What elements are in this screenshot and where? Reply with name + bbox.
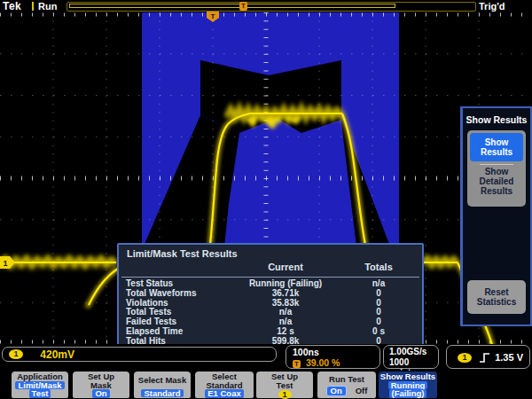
menu-application-button[interactable]: Application Limit/Mask Test [12, 372, 68, 398]
dialog-column-headers: Current Totals [119, 262, 429, 272]
sample-rate: 1.00GS/s [389, 347, 438, 357]
bottom-menu-bar: Application Limit/Mask Test Set Up Mask … [0, 371, 532, 399]
timebase: 100ns [293, 347, 379, 357]
results-button-group: Show Results Show Detailed Results [467, 130, 526, 207]
button-divider [480, 164, 513, 165]
source-badge-icon: 1 [278, 390, 292, 399]
reset-statistics-button[interactable]: Reset Statistics [467, 280, 526, 314]
top-status-bar: Tek Run T Trig'd [0, 0, 532, 12]
trigger-source-badge-icon: 1 [458, 353, 472, 363]
column-totals: Totals [343, 262, 414, 272]
trigger-level: 1.35 V [495, 352, 523, 363]
acquisition-readout: 1.00GS/s 1000 points [383, 345, 439, 369]
trigger-status: Trig'd [479, 1, 505, 12]
channel1-scale: 420mV [40, 348, 74, 361]
trigger-readout: 1 1.35 V [446, 345, 530, 369]
horizontal-position: 39.00 % [306, 357, 340, 368]
oscilloscope-screen: T 1 Tek Run T Trig'd Limit/Mask Test Res… [0, 0, 532, 399]
panel-title: Show Results [463, 114, 530, 125]
trigger-marker-icon: T [293, 360, 301, 368]
record-view-window [69, 4, 395, 8]
menu-run-test-button[interactable]: Run Test On Off [317, 372, 376, 398]
channel1-badge-icon: 1 [9, 349, 23, 359]
svg-text:T: T [211, 12, 215, 20]
show-results-button[interactable]: Show Results [470, 133, 523, 161]
dialog-separator [121, 277, 419, 278]
record-view-bar: T [66, 2, 476, 12]
tek-logo-separator [32, 2, 34, 11]
show-detailed-results-button[interactable]: Show Detailed Results [470, 167, 523, 196]
run-test-off-toggle[interactable]: Off [356, 386, 368, 395]
dialog-title: Limit/Mask Test Results [127, 248, 238, 259]
menu-setup-mask-button[interactable]: Set Up Mask On [73, 372, 129, 398]
svg-text:1: 1 [3, 259, 7, 268]
menu-show-results-button[interactable]: Show Results Running (Failing) [379, 372, 437, 398]
record-trigger-marker-icon: T [239, 2, 247, 11]
horizontal-readout: 100ns T 39.00 % [286, 345, 380, 369]
menu-select-standard-button[interactable]: Select Standard E1 Coax [195, 372, 254, 398]
status-bar: 1 420mV 100ns T 39.00 % 1.00GS/s 1000 po… [0, 344, 532, 371]
column-current: Current [228, 262, 343, 272]
run-test-on-toggle[interactable]: On [326, 386, 347, 396]
menu-select-mask-button[interactable]: Select Mask Standard [134, 372, 191, 398]
channel1-readout: 1 420mV [2, 347, 277, 362]
tek-logo: Tek [3, 0, 21, 12]
acquisition-status: Run [38, 1, 57, 12]
show-results-panel: Show Results Show Results Show Detailed … [460, 106, 532, 326]
menu-setup-test-button[interactable]: Set Up Test 1 [256, 372, 313, 398]
results-dialog: Limit/Mask Test Results Current Totals T… [117, 243, 424, 346]
result-row: Total Waveforms36.71k0 [119, 289, 422, 299]
rising-edge-slope-icon [479, 352, 491, 364]
